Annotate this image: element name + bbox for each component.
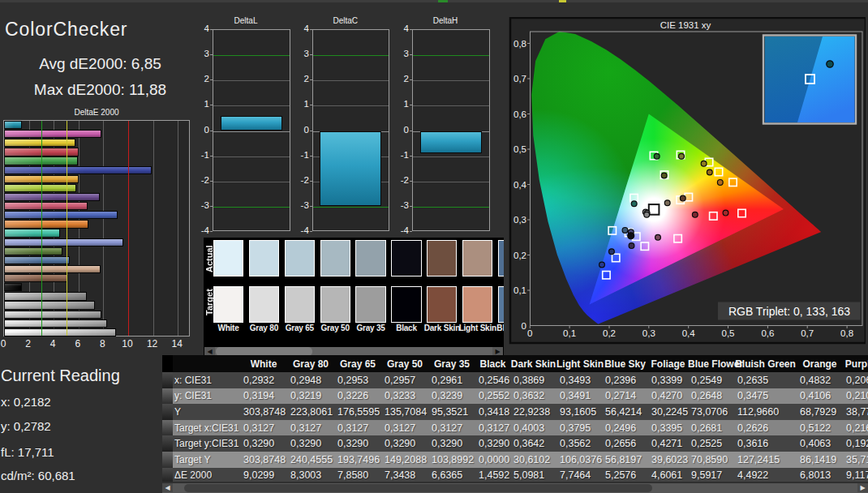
svg-text:0,3: 0,3 (642, 328, 655, 338)
svg-text:0,7: 0,7 (513, 74, 526, 84)
svg-text:0: 0 (522, 321, 526, 331)
svg-text:0,8: 0,8 (840, 328, 853, 338)
svg-text:0,1: 0,1 (563, 328, 576, 338)
svg-text:0,4: 0,4 (513, 180, 527, 190)
svg-text:0,6: 0,6 (513, 109, 526, 119)
svg-text:0,5: 0,5 (513, 144, 526, 154)
svg-text:0,4: 0,4 (682, 328, 696, 338)
svg-text:0,5: 0,5 (722, 328, 735, 338)
svg-text:0,3: 0,3 (513, 215, 526, 225)
svg-text:0,2: 0,2 (513, 251, 526, 260)
svg-text:0,6: 0,6 (761, 328, 774, 338)
svg-text:0,1: 0,1 (513, 285, 526, 295)
svg-text:0,2: 0,2 (603, 328, 616, 338)
svg-text:0,7: 0,7 (801, 328, 814, 338)
svg-text:0: 0 (527, 328, 532, 338)
svg-text:0,8: 0,8 (513, 39, 526, 49)
svg-text:RGB Triplet: 0, 133, 163: RGB Triplet: 0, 133, 163 (728, 305, 850, 318)
